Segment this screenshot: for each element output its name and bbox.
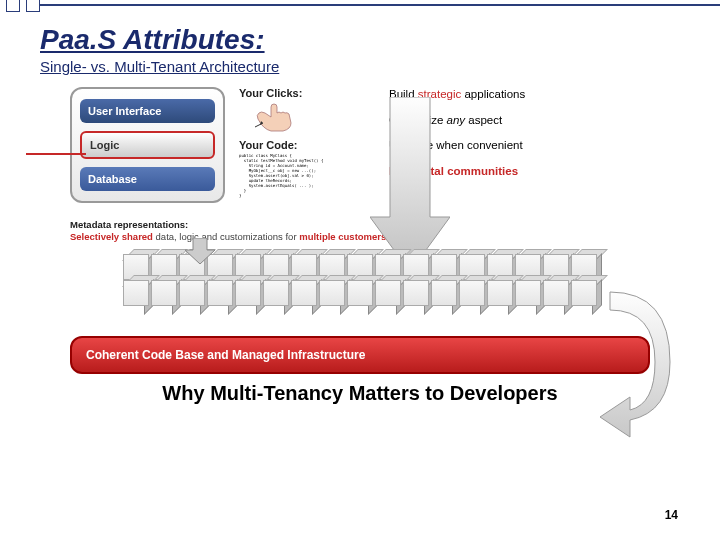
diagram-container: User Interface Logic Database Your Click… xyxy=(70,87,650,405)
cube-item xyxy=(179,280,205,306)
accent-square xyxy=(26,0,40,12)
cube-item xyxy=(543,280,569,306)
cube-item xyxy=(375,280,401,306)
slide-title: Paa.S Attributes: xyxy=(40,24,680,56)
metadata-label: Metadata representations: Selectively sh… xyxy=(70,219,650,244)
hand-cursor-icon xyxy=(253,101,301,133)
red-pointer-line xyxy=(26,153,86,155)
cube-item xyxy=(403,280,429,306)
cube-item xyxy=(263,280,289,306)
stack-user-interface: User Interface xyxy=(80,99,215,123)
slide-subtitle: Single- vs. Multi-Tenant Architecture xyxy=(40,58,680,75)
app-stack-box: User Interface Logic Database xyxy=(70,87,225,203)
page-number: 14 xyxy=(665,508,678,522)
cube-item xyxy=(459,280,485,306)
cube-item xyxy=(235,280,261,306)
bottom-caption: Why Multi-Tenancy Matters to Developers xyxy=(70,382,650,405)
cube-item xyxy=(123,280,149,306)
red-infrastructure-bar: Coherent Code Base and Managed Infrastru… xyxy=(70,336,650,374)
cube-item xyxy=(347,280,373,306)
your-code-label: Your Code: xyxy=(239,139,369,151)
your-clicks-label: Your Clicks: xyxy=(239,87,369,99)
cube-item xyxy=(571,280,597,306)
down-arrow-small-icon xyxy=(185,238,215,264)
cube-item xyxy=(487,280,513,306)
accent-line xyxy=(40,4,720,6)
cube-item xyxy=(291,280,317,306)
accent-square xyxy=(6,0,20,12)
stack-database: Database xyxy=(80,167,215,191)
code-sample: public class MyClass { static testMethod… xyxy=(239,153,369,198)
curve-arrow-icon xyxy=(600,282,680,442)
cube-item xyxy=(207,280,233,306)
cube-item xyxy=(319,280,345,306)
cube-item xyxy=(151,280,177,306)
stack-logic: Logic xyxy=(80,131,215,159)
cube-item xyxy=(431,280,457,306)
cube-item xyxy=(515,280,541,306)
cube-array xyxy=(70,248,650,318)
